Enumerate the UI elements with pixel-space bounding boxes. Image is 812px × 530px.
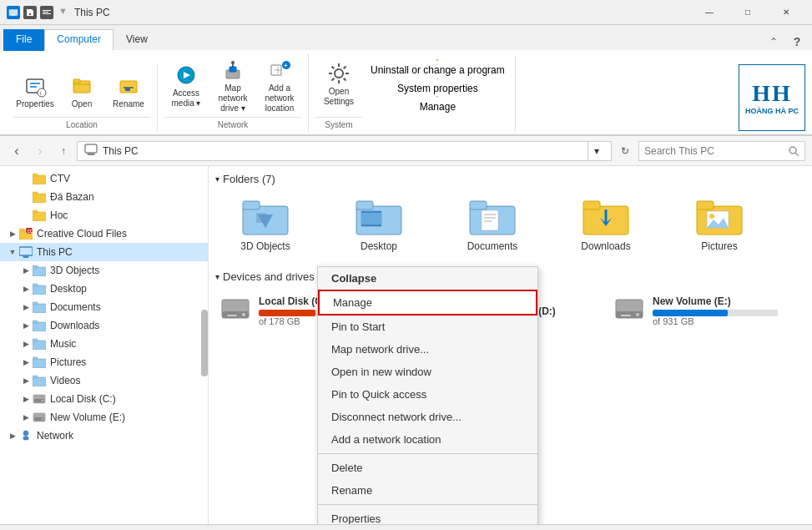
help-button[interactable]: ? xyxy=(789,33,805,50)
drive-icon-new-volume xyxy=(614,295,644,327)
open-label: Open xyxy=(72,99,92,109)
open-button[interactable]: Open xyxy=(60,66,103,116)
close-button[interactable]: ✕ xyxy=(767,0,805,25)
up-button[interactable]: ↑ xyxy=(53,141,73,161)
folder-downloads-icon xyxy=(32,318,47,333)
properties-label: Properties xyxy=(16,99,54,109)
context-pin-quick[interactable]: Pin to Quick access xyxy=(318,383,537,406)
refresh-button[interactable]: ↻ xyxy=(615,141,635,161)
svg-point-44 xyxy=(789,147,796,154)
map-network-button[interactable]: Map networkdrive ▾ xyxy=(211,53,255,117)
address-dropdown-button[interactable]: ▾ xyxy=(588,141,604,161)
sidebar-item-pictures[interactable]: ▶ Pictures xyxy=(0,353,208,371)
sidebar-item-3d-objects[interactable]: ▶ 3D Objects xyxy=(0,261,208,280)
sidebar-item-this-pc[interactable]: ▼ This PC xyxy=(0,243,208,261)
ribbon-collapse-button[interactable]: ⌃ xyxy=(765,33,782,50)
location-group-label: Location xyxy=(13,117,150,131)
uninstall-button[interactable]: CD Uninstall or change a program xyxy=(367,59,508,76)
sidebar-label-this-pc: This PC xyxy=(37,246,201,258)
manage-ribbon-button[interactable]: Manage xyxy=(367,96,508,113)
search-box[interactable] xyxy=(638,141,805,161)
map-network-label: Map networkdrive ▾ xyxy=(214,83,251,114)
view-large-icons-button[interactable] xyxy=(752,527,769,531)
rename-button[interactable]: Rename xyxy=(107,66,150,116)
svg-rect-72 xyxy=(33,376,38,378)
folder-3d-icon xyxy=(32,263,47,278)
folder-item-desktop[interactable]: Desktop xyxy=(329,192,429,257)
context-disconnect[interactable]: Disconnect network drive... xyxy=(318,406,537,428)
folder-pictures-label: Pictures xyxy=(701,240,737,252)
context-separator-1 xyxy=(318,453,537,454)
svg-rect-1 xyxy=(11,14,16,16)
folders-section-header[interactable]: ▾ Folders (7) xyxy=(215,173,805,185)
context-open-new-window[interactable]: Open in new window xyxy=(318,361,537,383)
view-details-button[interactable] xyxy=(770,527,787,531)
brand-logo: HH HOÀNG HÀ PC xyxy=(739,64,805,131)
tab-view[interactable]: View xyxy=(113,29,160,51)
sidebar-item-local-disk[interactable]: ▶ Local Disk (C:) xyxy=(0,390,208,408)
sidebar-item-network[interactable]: ▶ Network xyxy=(0,427,208,445)
folder-item-pictures[interactable]: Pictures xyxy=(669,192,769,257)
drive-new-icon xyxy=(32,410,47,425)
sidebar-item-da-bazan[interactable]: Đá Bazan xyxy=(0,188,208,206)
sidebar-item-ctv[interactable]: CTV xyxy=(0,169,208,188)
context-add-location[interactable]: Add a network location xyxy=(318,428,537,451)
folder-desktop-icon xyxy=(32,281,47,296)
context-collapse[interactable]: Collapse xyxy=(318,267,537,290)
expand-icon: ▶ xyxy=(20,376,32,385)
address-bar[interactable]: This PC ▾ xyxy=(77,141,612,161)
svg-text:+: + xyxy=(284,62,288,69)
sidebar-item-new-volume[interactable]: ▶ New Volume (E:) xyxy=(0,408,208,427)
sidebar-item-creative-cloud[interactable]: ▶ CC Creative Cloud Files xyxy=(0,225,208,243)
folder-item-3d-objects[interactable]: 3D Objects xyxy=(215,192,315,257)
svg-point-107 xyxy=(242,313,245,316)
folder-item-documents[interactable]: Documents xyxy=(442,192,542,257)
svg-rect-87 xyxy=(356,201,373,209)
sidebar-item-documents[interactable]: ▶ Documents xyxy=(0,298,208,316)
progress-fill-local-c xyxy=(259,310,315,316)
tab-file[interactable]: File xyxy=(3,29,44,51)
maximize-button[interactable]: □ xyxy=(729,0,767,25)
properties-button[interactable]: i Properties xyxy=(13,66,57,116)
system-props-button[interactable]: System properties xyxy=(367,78,508,94)
window-controls[interactable]: — □ ✕ xyxy=(690,0,805,25)
folder-item-downloads[interactable]: Downloads xyxy=(556,192,656,257)
context-rename[interactable]: Rename xyxy=(318,479,537,502)
sidebar-label-downloads: Downloads xyxy=(50,320,201,331)
svg-rect-56 xyxy=(19,247,33,255)
context-manage[interactable]: Manage xyxy=(318,290,537,315)
sidebar-item-hoc[interactable]: Hoc xyxy=(0,206,208,225)
view-buttons xyxy=(752,527,805,531)
svg-rect-59 xyxy=(33,267,46,276)
context-delete[interactable]: Delete xyxy=(318,457,537,479)
svg-rect-8 xyxy=(73,79,80,83)
forward-button[interactable]: › xyxy=(30,141,50,161)
minimize-button[interactable]: — xyxy=(690,0,729,25)
dropdown-arrow[interactable]: ▼ xyxy=(58,6,68,19)
open-settings-button[interactable]: OpenSettings xyxy=(315,57,362,110)
drive-item-new-volume[interactable]: New Volume (E:) of 931 GB xyxy=(609,290,793,332)
svg-rect-63 xyxy=(33,304,46,313)
tab-computer[interactable]: Computer xyxy=(44,29,113,51)
sidebar-label-da-bazan: Đá Bazan xyxy=(50,191,201,203)
svg-rect-47 xyxy=(33,174,38,176)
sidebar-item-downloads[interactable]: ▶ Downloads xyxy=(0,316,208,335)
view-tiles-button[interactable] xyxy=(789,527,805,531)
search-input[interactable] xyxy=(644,145,784,157)
content-area: ▾ Folders (7) 3D Objects Desktop xyxy=(209,166,812,524)
add-network-button[interactable]: + Add a networklocation xyxy=(258,53,301,117)
back-button[interactable]: ‹ xyxy=(7,141,27,161)
access-media-button[interactable]: Accessmedia ▾ xyxy=(164,58,208,112)
sidebar-item-desktop[interactable]: ▶ Desktop xyxy=(0,280,208,298)
network-icon xyxy=(18,428,33,443)
context-properties[interactable]: Properties xyxy=(318,507,537,524)
sidebar-item-videos[interactable]: ▶ Videos xyxy=(0,371,208,390)
context-pin-start[interactable]: Pin to Start xyxy=(318,315,537,338)
sidebar-label-music: Music xyxy=(50,338,201,350)
sidebar-scrollbar[interactable] xyxy=(201,310,208,376)
system-small-buttons: CD Uninstall or change a program System … xyxy=(367,59,508,113)
expand-icon: ▶ xyxy=(20,340,32,348)
svg-rect-64 xyxy=(33,302,38,305)
context-map-network[interactable]: Map network drive... xyxy=(318,338,537,361)
sidebar-item-music[interactable]: ▶ Music xyxy=(0,335,208,353)
